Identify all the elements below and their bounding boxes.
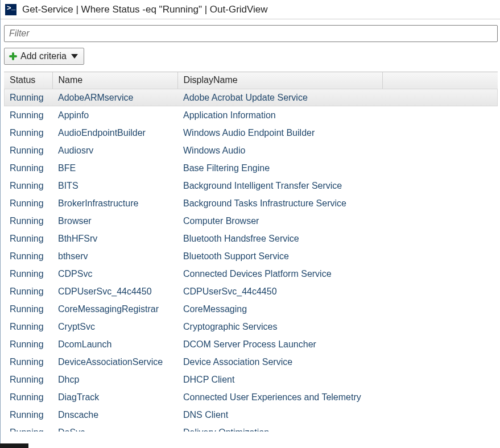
table-row[interactable]: RunningCDPUserSvc_44c4450CDPUserSvc_44c4…	[4, 283, 498, 300]
cell-name: CoreMessagingRegistrar	[52, 300, 177, 318]
cell-displayname: Connected User Experiences and Telemetry	[177, 388, 382, 406]
cell-status: Running	[4, 247, 52, 265]
table-row[interactable]: RunningDoSvcDelivery Optimization	[4, 424, 498, 432]
cell-empty	[382, 300, 498, 318]
table-row[interactable]: RunningCryptSvcCryptographic Services	[4, 318, 498, 335]
cell-name: BITS	[52, 177, 177, 194]
cell-name: DoSvc	[52, 424, 177, 432]
table-row[interactable]: RunningBthHFSrvBluetooth Handsfree Servi…	[4, 230, 498, 247]
cell-status: Running	[4, 212, 52, 230]
cell-empty	[382, 89, 498, 106]
table-row[interactable]: RunningDcomLaunchDCOM Server Process Lau…	[4, 335, 498, 353]
cell-displayname: Base Filtering Engine	[177, 159, 382, 177]
cell-status: Running	[4, 406, 52, 424]
table-row[interactable]: RunningDiagTrackConnected User Experienc…	[4, 388, 498, 406]
cell-status: Running	[4, 318, 52, 335]
filter-input[interactable]	[4, 25, 498, 42]
cell-displayname: Computer Browser	[177, 212, 382, 230]
cell-empty	[382, 124, 498, 142]
cell-empty	[382, 106, 498, 124]
cell-status: Running	[4, 353, 52, 371]
cell-displayname: Bluetooth Handsfree Service	[177, 230, 382, 247]
cell-name: Dhcp	[52, 371, 177, 388]
cell-status: Running	[4, 388, 52, 406]
cell-status: Running	[4, 159, 52, 177]
cell-displayname: Adobe Acrobat Update Service	[177, 89, 382, 106]
cell-name: CDPUserSvc_44c4450	[52, 283, 177, 300]
table-row[interactable]: RunningAppinfoApplication Information	[4, 106, 498, 124]
cell-empty	[382, 247, 498, 265]
cell-empty	[382, 283, 498, 300]
cell-empty	[382, 142, 498, 159]
cell-status: Running	[4, 106, 52, 124]
powershell-icon	[5, 4, 16, 15]
table-row[interactable]: RunningbthservBluetooth Support Service	[4, 247, 498, 265]
table-row[interactable]: RunningAdobeARMserviceAdobe Acrobat Upda…	[4, 89, 498, 106]
cell-displayname: Delivery Optimization	[177, 424, 382, 432]
table-row[interactable]: RunningDhcpDHCP Client	[4, 371, 498, 388]
plus-icon	[9, 52, 17, 60]
cell-name: Dnscache	[52, 406, 177, 424]
cell-displayname: DHCP Client	[177, 371, 382, 388]
cell-status: Running	[4, 300, 52, 318]
table-row[interactable]: RunningBrowserComputer Browser	[4, 212, 498, 230]
column-header-row: Status Name DisplayName	[4, 72, 498, 89]
cell-empty	[382, 159, 498, 177]
table-row[interactable]: RunningDnscacheDNS Client	[4, 406, 498, 424]
cell-displayname: DNS Client	[177, 406, 382, 424]
cell-displayname: DCOM Server Process Launcher	[177, 335, 382, 353]
cell-name: Browser	[52, 212, 177, 230]
cell-displayname: Background Tasks Infrastructure Service	[177, 194, 382, 212]
column-header-displayname[interactable]: DisplayName	[177, 72, 382, 89]
cell-empty	[382, 212, 498, 230]
cell-displayname: Windows Audio	[177, 142, 382, 159]
cell-status: Running	[4, 230, 52, 247]
cell-empty	[382, 371, 498, 388]
title-bar: Get-Service | Where Status -eq "Running"…	[1, 0, 500, 19]
cell-empty	[382, 194, 498, 212]
cell-empty	[382, 230, 498, 247]
add-criteria-button[interactable]: Add criteria	[4, 48, 84, 65]
cell-name: AdobeARMservice	[52, 89, 177, 106]
cell-name: BFE	[52, 159, 177, 177]
cell-status: Running	[4, 177, 52, 194]
cell-name: bthserv	[52, 247, 177, 265]
cell-status: Running	[4, 142, 52, 159]
cell-name: CryptSvc	[52, 318, 177, 335]
cell-name: DcomLaunch	[52, 335, 177, 353]
table-row[interactable]: RunningDeviceAssociationServiceDevice As…	[4, 353, 498, 371]
column-header-status[interactable]: Status	[4, 72, 52, 89]
grid-view[interactable]: Status Name DisplayName RunningAdobeARMs…	[4, 72, 498, 432]
table-row[interactable]: RunningCDPSvcConnected Devices Platform …	[4, 265, 498, 283]
cell-name: AudioEndpointBuilder	[52, 124, 177, 142]
cell-name: DeviceAssociationService	[52, 353, 177, 371]
column-header-name[interactable]: Name	[52, 72, 177, 89]
cell-status: Running	[4, 283, 52, 300]
cell-name: BthHFSrv	[52, 230, 177, 247]
cell-empty	[382, 177, 498, 194]
cell-status: Running	[4, 89, 52, 106]
cell-name: Appinfo	[52, 106, 177, 124]
column-header-empty[interactable]	[382, 72, 498, 89]
add-criteria-label: Add criteria	[20, 51, 67, 61]
table-row[interactable]: RunningAudiosrvWindows Audio	[4, 142, 498, 159]
cell-name: CDPSvc	[52, 265, 177, 283]
table-row[interactable]: RunningBrokerInfrastructureBackground Ta…	[4, 194, 498, 212]
cell-name: Audiosrv	[52, 142, 177, 159]
cell-empty	[382, 388, 498, 406]
table-row[interactable]: RunningBITSBackground Intelligent Transf…	[4, 177, 498, 194]
cell-displayname: Cryptographic Services	[177, 318, 382, 335]
cell-name: DiagTrack	[52, 388, 177, 406]
table-row[interactable]: RunningCoreMessagingRegistrarCoreMessagi…	[4, 300, 498, 318]
cell-status: Running	[4, 124, 52, 142]
cell-status: Running	[4, 335, 52, 353]
chevron-down-icon	[71, 54, 78, 59]
cell-empty	[382, 335, 498, 353]
table-row[interactable]: RunningAudioEndpointBuilderWindows Audio…	[4, 124, 498, 142]
cell-empty	[382, 424, 498, 432]
cell-status: Running	[4, 265, 52, 283]
table-row[interactable]: RunningBFEBase Filtering Engine	[4, 159, 498, 177]
cell-displayname: Background Intelligent Transfer Service	[177, 177, 382, 194]
cell-status: Running	[4, 194, 52, 212]
cell-empty	[382, 265, 498, 283]
